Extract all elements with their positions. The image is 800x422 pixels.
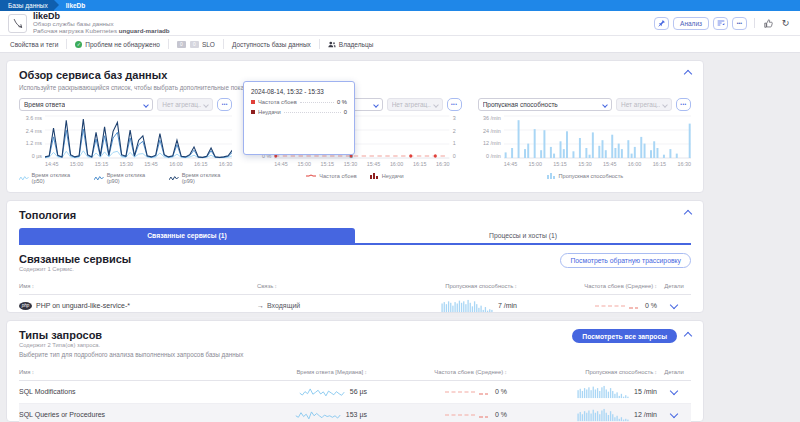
query-types-collapse-icon[interactable]	[684, 332, 692, 340]
response-time-sparkline	[299, 385, 345, 399]
pin-button[interactable]	[654, 17, 669, 30]
x-tick: 15:30	[344, 161, 358, 167]
metric-select-throughput[interactable]: Пропускная способность	[478, 98, 612, 111]
actions-divider	[754, 18, 755, 28]
x-tick: 14:45	[504, 161, 518, 167]
view-all-queries-button[interactable]: Посмотреть все запросы	[572, 329, 677, 343]
breadcrumb-databases[interactable]: Базы данных	[0, 0, 54, 11]
header-actions: Анализ ••• ↻	[654, 17, 792, 30]
failure-sparkline	[444, 410, 490, 420]
query-type-name[interactable]: SQL Queries or Procedures	[19, 411, 217, 418]
failure-value: 0 %	[645, 302, 657, 309]
col-name[interactable]: Имя↕	[19, 283, 257, 290]
table-row[interactable]: SQL Modifications 56 µs 0 % 15 /min	[19, 381, 691, 404]
problems-tag[interactable]: ✓ Проблем не обнаружено	[67, 39, 169, 49]
topology-title: Топология	[19, 209, 691, 221]
aggregation-select[interactable]: Нет агрегац...	[157, 98, 213, 111]
row-details-chevron[interactable]	[670, 301, 678, 309]
x-tick: 15:15	[553, 161, 567, 167]
slo-count-1: 0	[177, 41, 186, 48]
tab-related-services[interactable]: Связанные сервисы (1)	[19, 228, 355, 243]
pin-icon	[658, 19, 666, 27]
col-details: Детали	[657, 369, 691, 376]
php-icon: php	[19, 302, 32, 310]
metric-select-value: Пропускная способность	[483, 101, 558, 108]
slo-tag[interactable]: 0 0 SLO	[169, 39, 224, 49]
col-failure-rate[interactable]: Частота сбоев (Среднее)↕	[367, 369, 507, 376]
x-tick: 16:00	[390, 161, 404, 167]
slo-label: SLO	[202, 41, 215, 48]
col-throughput[interactable]: Пропускная способность↕	[507, 369, 657, 376]
tooltip-label: Неудачи	[258, 109, 281, 115]
chart-options-button[interactable]: •••	[217, 98, 232, 111]
sort-icon: ↕	[31, 283, 34, 289]
main-content: Обзор сервиса баз данных Используйте рас…	[0, 53, 710, 422]
x-tick: 15:30	[119, 161, 133, 167]
owners-tag[interactable]: Владельцы	[320, 39, 382, 49]
response-time-value: 56 µs	[350, 388, 367, 395]
failure-sparkline	[444, 387, 490, 397]
col-throughput[interactable]: Пропускная способность↕	[367, 283, 517, 290]
availability-label: Доступность базы данных	[232, 41, 311, 48]
related-services-header: Связанные сервисы Содержит 1 Сервис. Пос…	[19, 253, 691, 272]
overview-subtitle: Используйте раскрывающийся список, чтобы…	[19, 84, 691, 91]
problems-label: Проблем не обнаружено	[85, 41, 160, 48]
tab-processes-hosts[interactable]: Процессы и хосты (1)	[355, 228, 691, 243]
aggregation-select[interactable]: Нет агрегац...	[387, 98, 443, 111]
x-axis-labels: 14:4515:0015:1515:3015:4516:0016:1516:30	[248, 161, 461, 167]
more-button[interactable]: •••	[732, 17, 747, 30]
aggregation-value: Нет агрегац...	[162, 101, 201, 108]
backtrace-button[interactable]: Посмотреть обратную трассировку	[560, 253, 691, 268]
col-details: Детали	[657, 283, 691, 290]
owners-label: Владельцы	[339, 41, 374, 48]
row-details-chevron[interactable]	[670, 387, 678, 395]
failures-swatch	[251, 110, 255, 114]
refresh-button[interactable]: ↻	[779, 17, 792, 30]
tooltip-row-failures: Неудачи 0	[251, 109, 347, 115]
table-row[interactable]: phpPHP on unguard-like-service-* →Входящ…	[19, 295, 691, 318]
analyze-button[interactable]: Анализ	[673, 17, 709, 30]
metrics-button[interactable]	[713, 17, 728, 30]
x-tick: 14:45	[274, 161, 288, 167]
col-connection[interactable]: Связь↕	[257, 283, 367, 290]
tooltip-timestamp: 2024-08-14, 15:32 - 15:33	[251, 88, 347, 95]
chevron-down-icon	[143, 102, 149, 108]
table-row[interactable]: SQL Queries or Procedures 153 µs 0 % 12 …	[19, 404, 691, 422]
aggregation-select[interactable]: Нет агрегац...	[616, 98, 672, 111]
breadcrumb-current: likeDb	[54, 0, 92, 11]
topology-tabs: Связанные сервисы (1) Процессы и хосты (…	[19, 228, 691, 245]
chevron-down-icon	[662, 102, 668, 108]
service-name[interactable]: PHP on unguard-like-service-*	[36, 302, 130, 309]
x-tick: 16:15	[413, 161, 427, 167]
workload-name: unguard-mariadb	[119, 27, 170, 34]
throughput-chart[interactable]	[504, 115, 691, 159]
x-tick: 15:00	[297, 161, 311, 167]
response-time-panel: Время ответа Нет агрегац... ••• 3.6 ms2.…	[19, 98, 232, 184]
chart-options-button[interactable]: •••	[676, 98, 691, 111]
x-tick: 15:45	[367, 161, 381, 167]
thumbs-up-button[interactable]	[762, 17, 775, 30]
throughput-sparkline	[577, 407, 629, 422]
throughput-value: 7 /min	[498, 302, 517, 309]
query-types-table: Имя↕ Время ответа [Медиана]↕ Частота сбо…	[19, 365, 691, 422]
row-details-chevron[interactable]	[670, 410, 678, 418]
chart-tooltip: 2024-08-14, 15:32 - 15:33 Частота сбоев …	[243, 81, 355, 155]
response-time-chart[interactable]	[45, 115, 232, 159]
availability-tag[interactable]: Доступность базы данных	[224, 39, 320, 49]
chevron-down-icon	[203, 102, 209, 108]
related-services-heading: Связанные сервисы	[19, 253, 560, 265]
x-tick: 16:00	[169, 161, 183, 167]
tooltip-label: Частота сбоев	[258, 99, 297, 105]
x-tick: 15:00	[70, 161, 84, 167]
aggregation-value: Нет агрегац...	[621, 101, 660, 108]
col-response-time[interactable]: Время ответа [Медиана]↕	[217, 369, 367, 376]
related-services-table: Имя↕ Связь↕ Пропускная способность↕ Част…	[19, 279, 691, 318]
query-type-name[interactable]: SQL Modifications	[19, 388, 217, 395]
chart-options-button[interactable]: •••	[447, 98, 462, 111]
response-time-legend: Время отклика (p50) Время отклика (p90) …	[19, 172, 232, 184]
col-failure-rate[interactable]: Частота сбоев (Среднее)↕	[517, 283, 657, 290]
x-axis-labels: 14:4515:0015:1515:3015:4516:0016:1516:30	[478, 161, 691, 167]
metric-select-response-time[interactable]: Время ответа	[19, 98, 153, 111]
col-name[interactable]: Имя↕	[19, 369, 217, 376]
properties-tag[interactable]: Свойства и теги	[10, 39, 67, 49]
